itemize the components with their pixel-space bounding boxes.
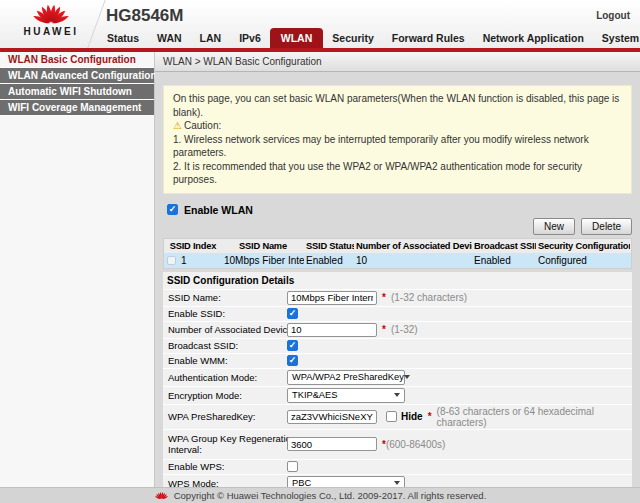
authentication-mode-label: Authentication Mode:: [163, 372, 287, 383]
ssid-name-input[interactable]: [287, 291, 377, 305]
encryption-mode-select[interactable]: TKIP&AES: [287, 388, 405, 403]
tab-ipv6[interactable]: IPv6: [230, 28, 270, 48]
row-associated-devices: 10: [354, 255, 472, 266]
ssid-table: SSID Index SSID Name SSID Status Number …: [163, 238, 632, 269]
broadcast-ssid-checkbox[interactable]: [287, 340, 298, 351]
enable-ssid-label: Enable SSID:: [163, 308, 287, 319]
delete-button[interactable]: Delete: [581, 218, 632, 235]
ssid-table-header: SSID Index SSID Name SSID Status Number …: [164, 239, 631, 253]
tab-network-application[interactable]: Network Application: [474, 28, 593, 48]
enable-wps-label: Enable WPS:: [163, 461, 287, 472]
enable-wlan-checkbox[interactable]: [167, 204, 178, 215]
wpa-group-key-hint: (600-86400s): [386, 439, 445, 450]
huawei-logo: HUAWEI: [16, 3, 86, 37]
wpa-presharedkey-hint: (8-63 characters or 64 hexadecimal chara…: [437, 406, 632, 428]
wpa-group-key-input[interactable]: [287, 437, 377, 451]
wpa-group-key-label: WPA Group Key Regeneration Interval:: [163, 433, 287, 455]
huawei-wordmark: HUAWEI: [16, 26, 86, 37]
logout-link[interactable]: Logout: [596, 10, 630, 21]
col-security-configuration: Security Configuration: [536, 241, 630, 251]
hide-label: Hide: [401, 411, 423, 422]
caution-label: Caution:: [184, 120, 221, 131]
ssid-name-hint: (1-32 characters): [391, 292, 467, 303]
form-title: SSID Configuration Details: [163, 272, 632, 289]
ssid-configuration-form: SSID Configuration Details SSID Name: * …: [163, 272, 632, 488]
col-ssid-status: SSID Status: [304, 241, 354, 251]
copyright-text: Copyright © Huawei Technologies Co., Ltd…: [174, 490, 487, 501]
tab-security[interactable]: Security: [323, 28, 382, 48]
row-security-configuration: Configured: [536, 255, 630, 266]
encryption-mode-label: Encryption Mode:: [163, 390, 287, 401]
wpa-presharedkey-input[interactable]: [287, 410, 377, 424]
associated-devices-label: Number of Associated Devices:: [163, 324, 287, 335]
authentication-mode-select[interactable]: WPA/WPA2 PreSharedKey: [287, 370, 405, 385]
col-ssid-index: SSID Index: [164, 241, 222, 251]
col-associated-devices: Number of Associated Devices: [354, 241, 472, 251]
enable-wps-checkbox[interactable]: [287, 461, 298, 472]
tab-system-tools[interactable]: System Tools: [593, 28, 640, 48]
notice-item-2: 2. It is recommended that you use the WP…: [173, 160, 622, 187]
notice-item-1: 1. Wireless network services may be inte…: [173, 133, 622, 160]
tab-forward-rules[interactable]: Forward Rules: [383, 28, 474, 48]
main-nav: Status WAN LAN IPv6 WLAN Security Forwar…: [98, 28, 640, 48]
table-row[interactable]: 1 10Mbps Fiber Internet Enabled 10 Enabl…: [164, 253, 631, 268]
enable-wmm-checkbox[interactable]: [287, 355, 298, 366]
wps-mode-value: PBC: [292, 478, 311, 487]
content-area: WLAN > WLAN Basic Configuration On this …: [155, 52, 640, 487]
huawei-flower-icon: [154, 491, 169, 500]
wps-mode-label: WPS Mode:: [163, 478, 287, 488]
wpa-presharedkey-label: WPA PreSharedKey:: [163, 411, 287, 422]
new-button[interactable]: New: [533, 218, 575, 235]
associated-devices-input[interactable]: [287, 323, 377, 337]
required-star: *: [382, 324, 386, 335]
tab-lan[interactable]: LAN: [191, 28, 231, 48]
enable-wmm-label: Enable WMM:: [163, 355, 287, 366]
chevron-down-icon: [394, 481, 400, 485]
chevron-down-icon: [404, 375, 410, 379]
wps-mode-select[interactable]: PBC: [287, 476, 405, 488]
col-ssid-name: SSID Name: [222, 241, 304, 251]
enable-wlan-label: Enable WLAN: [184, 204, 253, 216]
tab-wan[interactable]: WAN: [148, 28, 191, 48]
header: HUAWEI HG8546M Logout Status WAN LAN IPv…: [0, 0, 640, 48]
chevron-down-icon: [394, 393, 400, 397]
tab-status[interactable]: Status: [98, 28, 148, 48]
notice-intro: On this page, you can set basic WLAN par…: [173, 92, 622, 119]
required-star: *: [382, 292, 386, 303]
sidebar-item-wlan-advanced[interactable]: WLAN Advanced Configuration: [0, 68, 154, 84]
sidebar-item-auto-wifi-shutdown[interactable]: Automatic WIFI Shutdown: [0, 84, 154, 100]
footer: Copyright © Huawei Technologies Co., Ltd…: [0, 487, 640, 503]
row-ssid-status: Enabled: [304, 255, 354, 266]
sidebar-item-wlan-basic[interactable]: WLAN Basic Configuration: [0, 52, 154, 68]
row-broadcast-ssid: Enabled: [472, 255, 536, 266]
hide-checkbox[interactable]: [386, 411, 397, 422]
page-title: HG8546M: [106, 6, 183, 26]
caution-box: On this page, you can set basic WLAN par…: [163, 85, 632, 194]
row-select-checkbox[interactable]: [167, 256, 176, 265]
warning-icon: ⚠: [173, 120, 182, 131]
sidebar: WLAN Basic Configuration WLAN Advanced C…: [0, 52, 155, 487]
sidebar-item-wifi-coverage[interactable]: WIFI Coverage Management: [0, 100, 154, 116]
breadcrumb: WLAN > WLAN Basic Configuration: [155, 52, 640, 72]
row-ssid-index: 1: [181, 255, 187, 266]
enable-ssid-checkbox[interactable]: [287, 308, 298, 319]
associated-devices-hint: (1-32): [391, 324, 418, 335]
authentication-mode-value: WPA/WPA2 PreSharedKey: [292, 372, 404, 382]
encryption-mode-value: TKIP&AES: [292, 390, 337, 400]
required-star: *: [428, 411, 432, 422]
col-broadcast-ssid: Broadcast SSID: [472, 241, 536, 251]
tab-wlan[interactable]: WLAN: [270, 28, 324, 48]
ssid-name-label: SSID Name:: [163, 292, 287, 303]
broadcast-ssid-label: Broadcast SSID:: [163, 340, 287, 351]
row-ssid-name: 10Mbps Fiber Internet: [222, 255, 304, 266]
huawei-flower-icon: [31, 3, 71, 25]
